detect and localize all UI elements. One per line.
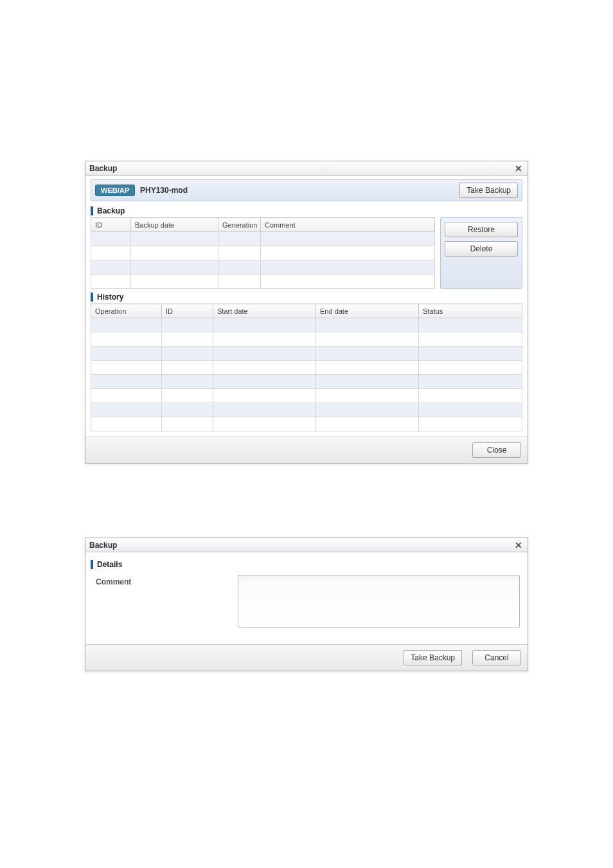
take-backup-button[interactable]: Take Backup bbox=[459, 183, 518, 198]
col-id: ID bbox=[91, 218, 131, 232]
close-icon[interactable]: ✕ bbox=[513, 541, 524, 550]
table-row[interactable] bbox=[91, 347, 522, 361]
backup-dialog: Backup ✕ WEB/AP PHY130-mod Take Backup B… bbox=[85, 161, 528, 464]
table-row[interactable] bbox=[91, 246, 435, 260]
col-operation: Operation bbox=[91, 304, 162, 318]
webap-badge: WEB/AP bbox=[95, 185, 135, 196]
section-bar-icon bbox=[91, 560, 93, 569]
table-row[interactable] bbox=[91, 389, 522, 403]
table-row[interactable] bbox=[91, 232, 435, 246]
section-title: Details bbox=[97, 560, 122, 569]
delete-button[interactable]: Delete bbox=[445, 241, 518, 257]
take-backup-button[interactable]: Take Backup bbox=[404, 650, 462, 665]
restore-button[interactable]: Restore bbox=[445, 222, 518, 237]
section-details-label: Details bbox=[91, 560, 522, 569]
section-title: Backup bbox=[97, 206, 125, 215]
backup-table[interactable]: ID Backup date Generation Comment bbox=[91, 217, 435, 289]
section-backup-label: Backup bbox=[91, 206, 522, 215]
device-name: PHY130-mod bbox=[140, 186, 188, 195]
table-row[interactable] bbox=[91, 403, 522, 417]
cancel-button[interactable]: Cancel bbox=[472, 650, 521, 665]
backup-details-dialog: Backup ✕ Details Comment Take Backup Can… bbox=[85, 538, 528, 671]
table-row[interactable] bbox=[91, 318, 522, 332]
table-row[interactable] bbox=[91, 260, 435, 275]
dialog-footer: Take Backup Cancel bbox=[85, 644, 528, 671]
backup-actions-panel: Restore Delete bbox=[440, 217, 522, 289]
col-comment: Comment bbox=[261, 218, 435, 232]
comment-input[interactable] bbox=[238, 575, 520, 628]
section-title: History bbox=[97, 293, 123, 302]
table-row[interactable] bbox=[91, 275, 435, 289]
table-row[interactable] bbox=[91, 361, 522, 375]
dialog-title: Backup bbox=[89, 541, 117, 550]
col-backup-date: Backup date bbox=[131, 218, 218, 232]
comment-label: Comment bbox=[93, 575, 231, 589]
section-history-label: History bbox=[91, 293, 522, 302]
section-bar-icon bbox=[91, 206, 93, 215]
close-icon[interactable]: ✕ bbox=[513, 164, 524, 173]
dialog-footer: Close bbox=[85, 437, 528, 463]
col-generation: Generation bbox=[218, 218, 261, 232]
dialog-title: Backup bbox=[89, 164, 117, 173]
table-row[interactable] bbox=[91, 332, 522, 347]
close-button[interactable]: Close bbox=[472, 442, 521, 458]
device-bar: WEB/AP PHY130-mod Take Backup bbox=[91, 179, 522, 201]
titlebar: Backup ✕ bbox=[85, 538, 528, 552]
col-status: Status bbox=[419, 304, 522, 318]
table-row[interactable] bbox=[91, 375, 522, 389]
table-header-row: ID Backup date Generation Comment bbox=[91, 218, 435, 232]
details-row: Comment bbox=[91, 571, 522, 639]
col-id: ID bbox=[162, 304, 213, 318]
history-table[interactable]: Operation ID Start date End date Status bbox=[91, 303, 522, 431]
section-bar-icon bbox=[91, 293, 93, 302]
table-row[interactable] bbox=[91, 417, 522, 431]
table-header-row: Operation ID Start date End date Status bbox=[91, 304, 522, 318]
col-start-date: Start date bbox=[213, 304, 316, 318]
col-end-date: End date bbox=[316, 304, 419, 318]
titlebar: Backup ✕ bbox=[85, 161, 528, 176]
